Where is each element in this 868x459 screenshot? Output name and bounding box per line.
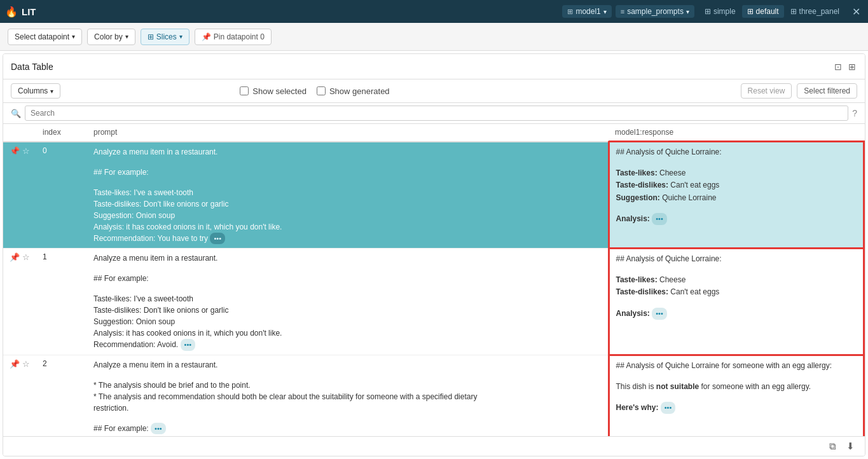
slices-icon: ⊞ xyxy=(148,32,154,41)
prompt-line: ## For example: ••• xyxy=(93,423,602,435)
table-row[interactable]: 📌 ☆ 1Analyze a menu item in a restaurant… xyxy=(3,249,864,355)
columns-chevron-icon: ▾ xyxy=(50,88,53,95)
search-input[interactable] xyxy=(25,106,848,121)
response-line: Taste-likes: Cheese xyxy=(616,167,857,179)
app-title: LIT xyxy=(22,6,36,17)
pin-row-icon[interactable]: 📌 xyxy=(10,359,20,369)
table-header-row: index prompt model1:response xyxy=(3,124,864,142)
color-by-label: Color by xyxy=(94,32,123,41)
show-generated-checkbox-item[interactable]: Show generated xyxy=(317,86,390,96)
pin-icon: 📌 xyxy=(202,32,211,41)
layout-default-label: default xyxy=(756,7,779,16)
data-table: index prompt model1:response 📌 ☆ 0Analyz… xyxy=(3,124,865,436)
reset-view-button[interactable]: Reset view xyxy=(741,83,792,99)
expand-prompt-icon[interactable]: ••• xyxy=(181,339,196,351)
prompt-line: Analysis: it has cooked onions in it, wh… xyxy=(93,221,602,233)
layout-default[interactable]: ⊞ default xyxy=(742,5,784,18)
response-line: Here's why: ••• xyxy=(616,402,857,414)
expand-response-icon[interactable]: ••• xyxy=(661,402,676,414)
prompt-line: Analyze a menu item in a restaurant. xyxy=(93,359,602,371)
star-row-icon[interactable]: ☆ xyxy=(22,252,30,262)
cell-response: ## Analysis of Quiche Lorraine:Taste-lik… xyxy=(609,249,864,355)
expand-prompt-icon[interactable]: ••• xyxy=(151,423,166,435)
right-actions: Reset view Select filtered xyxy=(741,83,857,99)
table-container[interactable]: index prompt model1:response 📌 ☆ 0Analyz… xyxy=(3,124,865,436)
table-row[interactable]: 📌 ☆ 2Analyze a menu item in a restaurant… xyxy=(3,355,864,436)
response-line: Taste-likes: Cheese xyxy=(616,274,857,286)
help-icon[interactable]: ? xyxy=(852,108,857,118)
prompt-line: Analyze a menu item in a restaurant. xyxy=(93,252,602,264)
prompt-line: Taste-likes: I've a sweet-tooth xyxy=(93,293,602,305)
show-selected-checkbox-item[interactable]: Show selected xyxy=(240,86,307,96)
prompt-line: Taste-likes: I've a sweet-tooth xyxy=(93,187,602,198)
cell-index: 0 xyxy=(36,142,87,249)
select-filtered-button[interactable]: Select filtered xyxy=(797,83,857,99)
slices-button[interactable]: ⊞ Slices ▾ xyxy=(141,29,189,45)
response-line: Suggestion: Quiche Lorraine xyxy=(616,192,857,204)
prompt-line: * The analysis should be brief and to th… xyxy=(93,380,602,391)
fire-icon: 🔥 xyxy=(5,6,18,18)
layout-three-panel-label: three_panel xyxy=(799,7,839,16)
expand-response-icon[interactable]: ••• xyxy=(652,308,667,320)
prompt-line: ## For example: xyxy=(93,167,602,178)
response-line: ## Analysis of Quiche Lorraine: xyxy=(616,253,857,265)
prompt-line: restriction. xyxy=(93,402,602,414)
filter-checkboxes: Show selected Show generated xyxy=(240,86,389,96)
model-chip[interactable]: ⊞ model1 ▾ xyxy=(562,5,611,18)
th-actions xyxy=(3,124,36,142)
cell-prompt: Analyze a menu item in a restaurant.* Th… xyxy=(87,355,609,436)
expand-response-icon[interactable]: ••• xyxy=(652,213,667,226)
row-actions: 📌 ☆ xyxy=(10,146,30,156)
slices-label: Slices xyxy=(156,32,177,41)
show-selected-checkbox[interactable] xyxy=(240,86,249,95)
pin-datapoint-label: Pin datapoint 0 xyxy=(214,32,265,41)
star-row-icon[interactable]: ☆ xyxy=(22,359,30,369)
columns-label: Columns xyxy=(18,86,48,95)
prompt-line: Analysis: it has cooked onions in it, wh… xyxy=(93,327,602,339)
response-line: Analysis: ••• xyxy=(616,213,857,226)
copy-icon[interactable]: ⧉ xyxy=(827,439,839,453)
cell-response: ## Analysis of Quiche Lorraine for someo… xyxy=(609,355,864,436)
select-datapoint-button[interactable]: Select datapoint ▾ xyxy=(8,29,82,45)
maximize-icon[interactable]: ⊞ xyxy=(847,60,857,73)
pin-row-icon[interactable]: 📌 xyxy=(10,146,20,156)
prompt-line: * The analysis and recommendation should… xyxy=(93,391,602,402)
prompt-line: Analyze a menu item in a restaurant. xyxy=(93,146,602,158)
layout-default-icon: ⊞ xyxy=(747,7,754,16)
dataset-chip[interactable]: ≡ sample_prompts ▾ xyxy=(616,5,694,18)
prompt-line: ## For example: xyxy=(93,273,602,284)
cell-prompt: Analyze a menu item in a restaurant.## F… xyxy=(87,142,609,249)
prompt-line: Suggestion: Onion soup xyxy=(93,316,602,327)
show-generated-checkbox[interactable] xyxy=(317,86,326,95)
response-line: Taste-dislikes: Can't eat eggs xyxy=(616,286,857,298)
response-line: ## Analysis of Quiche Lorraine for someo… xyxy=(616,360,857,372)
search-icon: 🔍 xyxy=(11,109,21,118)
panel-header: Data Table ⊡ ⊞ xyxy=(3,54,865,79)
layout-three-panel[interactable]: ⊞ three_panel xyxy=(785,5,844,18)
select-datapoint-chevron-icon: ▾ xyxy=(72,33,75,40)
prompt-line: Recommendation: You have to try ••• xyxy=(93,233,602,245)
panel-header-icons: ⊡ ⊞ xyxy=(833,60,857,73)
layout-simple[interactable]: ⊞ simple xyxy=(699,5,741,18)
top-bar-close-icon[interactable]: ✕ xyxy=(850,6,863,18)
color-by-button[interactable]: Color by ▾ xyxy=(87,29,135,45)
th-index: index xyxy=(36,124,87,142)
response-line: Analysis: ••• xyxy=(616,308,857,320)
bottom-bar: ⧉ ⬇ xyxy=(3,436,865,456)
data-table-panel: Data Table ⊡ ⊞ Columns ▾ Show selected S… xyxy=(3,53,865,456)
table-row[interactable]: 📌 ☆ 0Analyze a menu item in a restaurant… xyxy=(3,142,864,249)
pin-datapoint-button[interactable]: 📌 Pin datapoint 0 xyxy=(195,29,272,45)
th-prompt: prompt xyxy=(87,124,609,142)
star-row-icon[interactable]: ☆ xyxy=(22,146,30,156)
response-line: Taste-dislikes: Can't eat eggs xyxy=(616,179,857,191)
expand-prompt-icon[interactable]: ••• xyxy=(210,233,225,245)
search-bar: 🔍 ? xyxy=(3,103,865,124)
top-bar: 🔥 LIT ⊞ model1 ▾ ≡ sample_prompts ▾ ⊞ si… xyxy=(0,0,868,23)
columns-button[interactable]: Columns ▾ xyxy=(11,83,60,99)
minimize-icon[interactable]: ⊡ xyxy=(833,60,843,73)
cell-index: 2 xyxy=(36,355,87,436)
download-icon[interactable]: ⬇ xyxy=(844,439,857,453)
color-by-chevron-icon: ▾ xyxy=(125,33,128,40)
response-line: This dish is not suitable for someone wi… xyxy=(616,381,857,393)
pin-row-icon[interactable]: 📌 xyxy=(10,252,20,262)
